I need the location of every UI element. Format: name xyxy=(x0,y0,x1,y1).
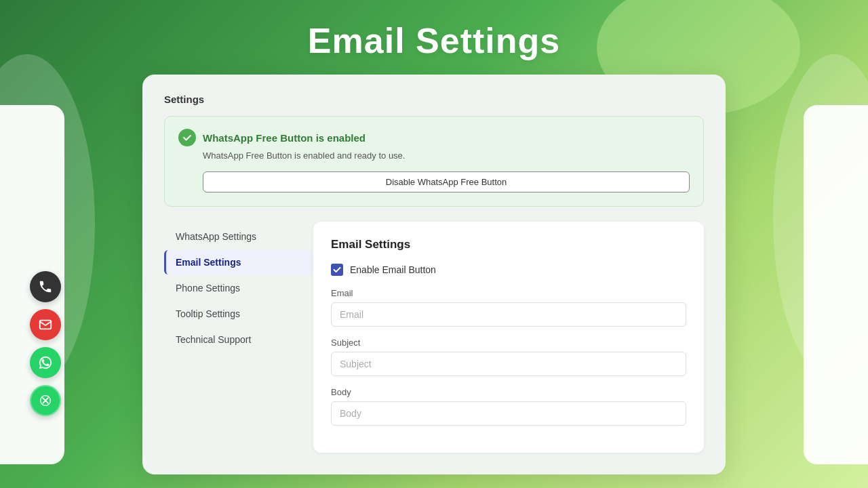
enable-email-checkbox[interactable] xyxy=(331,264,343,276)
settings-body: WhatsApp Settings Email Settings Phone S… xyxy=(164,222,704,453)
side-panel-right xyxy=(804,105,868,464)
email-field-group: Email xyxy=(331,288,686,327)
nav-item-whatsapp[interactable]: WhatsApp Settings xyxy=(164,224,313,249)
body-input[interactable] xyxy=(331,401,686,426)
settings-section-label: Settings xyxy=(164,94,704,105)
status-title: WhatsApp Free Button is enabled xyxy=(203,132,366,144)
body-field-group: Body xyxy=(331,387,686,426)
settings-nav: WhatsApp Settings Email Settings Phone S… xyxy=(164,222,313,453)
email-label: Email xyxy=(331,288,686,298)
nav-item-support[interactable]: Technical Support xyxy=(164,327,313,352)
status-banner: WhatsApp Free Button is enabled WhatsApp… xyxy=(164,116,704,207)
enable-email-row: Enable Email Button xyxy=(331,264,686,276)
subject-label: Subject xyxy=(331,338,686,348)
panel-title: Email Settings xyxy=(331,238,686,251)
email-input[interactable] xyxy=(331,302,686,327)
nav-item-email[interactable]: Email Settings xyxy=(164,250,313,274)
floating-buttons-container xyxy=(30,271,61,416)
floating-whatsapp-button[interactable] xyxy=(30,347,61,378)
page-title: Email Settings xyxy=(0,20,868,61)
floating-close-button[interactable] xyxy=(30,385,61,416)
status-description: WhatsApp Free Button is enabled and read… xyxy=(203,150,690,161)
floating-email-button[interactable] xyxy=(30,309,61,340)
enable-email-label: Enable Email Button xyxy=(350,264,436,275)
nav-item-phone[interactable]: Phone Settings xyxy=(164,276,313,300)
subject-input[interactable] xyxy=(331,352,686,376)
disable-whatsapp-button[interactable]: Disable WhatsApp Free Button xyxy=(203,171,690,192)
email-settings-panel: Email Settings Enable Email Button Email… xyxy=(313,222,704,453)
status-check-icon xyxy=(178,129,196,146)
main-card: Settings WhatsApp Free Button is enabled… xyxy=(142,75,726,474)
body-label: Body xyxy=(331,387,686,397)
page-title-area: Email Settings xyxy=(0,0,868,75)
floating-phone-button[interactable] xyxy=(30,271,61,302)
subject-field-group: Subject xyxy=(331,338,686,376)
nav-item-tooltip[interactable]: Tooltip Settings xyxy=(164,302,313,326)
status-banner-header: WhatsApp Free Button is enabled xyxy=(178,129,690,146)
